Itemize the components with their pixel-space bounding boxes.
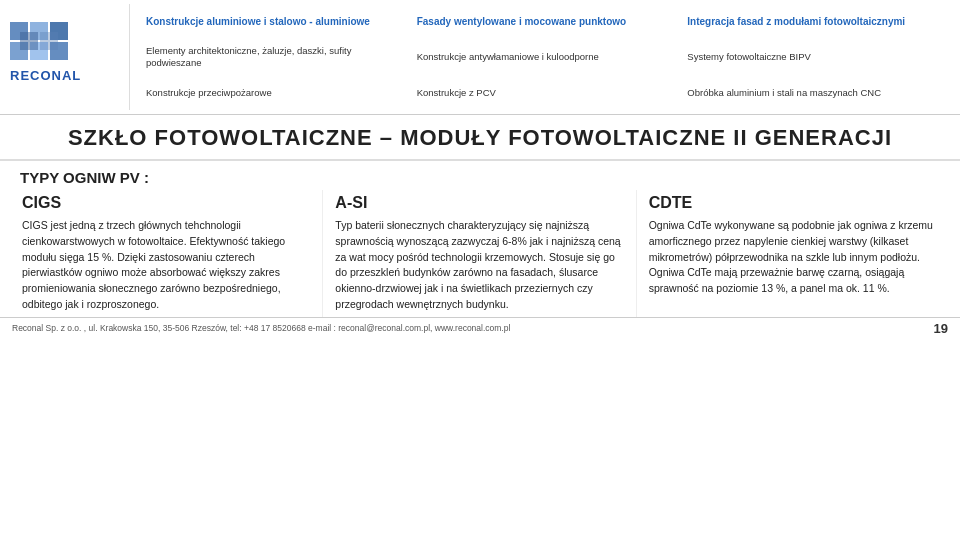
col-asi: A-SI Typ baterii słonecznych charakteryz…: [323, 190, 636, 317]
footer-page: 19: [934, 321, 948, 336]
col-asi-title: A-SI: [335, 194, 623, 212]
nav-item-0-1: Fasady wentylowane i mocowane punktowo: [411, 4, 680, 38]
col-asi-text: Typ baterii słonecznych charakteryzujący…: [335, 218, 623, 313]
nav-grid: Konstrukcje aluminiowe i stalowo - alumi…: [130, 4, 950, 110]
typy-label: TYPY OGNIW PV :: [20, 169, 940, 186]
col-cigs-text: CIGS jest jedną z trzech głównych tehchn…: [22, 218, 310, 313]
nav-item-1-1: Konstrukcje antywłamaniowe i kuloodporne: [411, 40, 680, 74]
nav-item-1-2: Systemy fotowoltaiczne BIPV: [681, 40, 950, 74]
section-title-text: SZKŁO FOTOWOLTAICZNE – MODUŁY FOTOWOLTAI…: [20, 125, 940, 151]
col-cdte-text: Ogniwa CdTe wykonywane są podobnie jak o…: [649, 218, 938, 297]
col-cdte-title: CDTE: [649, 194, 938, 212]
col-cdte: CDTE Ogniwa CdTe wykonywane są podobnie …: [637, 190, 950, 317]
nav-item-1-0: Elementy architektoniczne, żaluzje, dasz…: [140, 40, 409, 74]
logo-area: RECONAL: [10, 4, 130, 110]
typy-bar: TYPY OGNIW PV :: [0, 161, 960, 190]
col-cigs-title: CIGS: [22, 194, 310, 212]
nav-item-2-0: Konstrukcje przeciwpożarowe: [140, 76, 409, 110]
svg-text:RECONAL: RECONAL: [10, 68, 81, 83]
footer: Reconal Sp. z o.o. , ul. Krakowska 150, …: [0, 317, 960, 339]
col-cigs: CIGS CIGS jest jedną z trzech głównych t…: [10, 190, 323, 317]
nav-item-2-1: Konstrukcje z PCV: [411, 76, 680, 110]
header: RECONAL Konstrukcje aluminiowe i stalowo…: [0, 0, 960, 115]
nav-item-2-2: Obróbka aluminium i stali na maszynach C…: [681, 76, 950, 110]
svg-rect-6: [20, 32, 38, 50]
section-title-block: SZKŁO FOTOWOLTAICZNE – MODUŁY FOTOWOLTAI…: [0, 115, 960, 161]
columns: CIGS CIGS jest jedną z trzech głównych t…: [0, 190, 960, 317]
nav-item-0-2: Integracja fasad z modułami fotowoltaicz…: [681, 4, 950, 38]
footer-text: Reconal Sp. z o.o. , ul. Krakowska 150, …: [12, 323, 510, 333]
svg-rect-7: [40, 32, 58, 50]
logo-image: RECONAL: [10, 22, 100, 92]
nav-item-0-0: Konstrukcje aluminiowe i stalowo - alumi…: [140, 4, 409, 38]
